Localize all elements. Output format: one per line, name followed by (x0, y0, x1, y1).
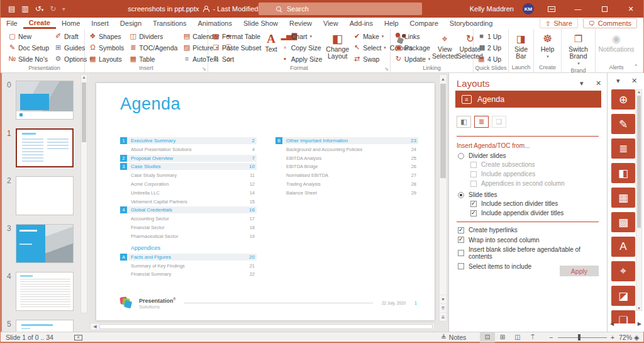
checkbox-icon[interactable] (470, 171, 477, 177)
checkbox-icon[interactable] (458, 263, 464, 269)
toc-row[interactable]: EBITDA Analysis 25 (275, 155, 418, 162)
slide-thumbnail-1-selected[interactable] (16, 128, 74, 167)
slide-thumbnail-4[interactable] (16, 272, 74, 311)
slide-sorter-view-button[interactable]: ⊞ (495, 332, 510, 342)
copy-layout-button[interactable]: ❏ (492, 116, 506, 128)
checkbox-option-checked[interactable]: Include appendix divider titles (470, 210, 564, 216)
slide-thumbnail-2[interactable] (16, 176, 74, 215)
zoom-in-button[interactable]: + (611, 334, 614, 341)
current-slide[interactable]: Agenda 1 Executive Summary 2 About Prese… (96, 83, 435, 320)
ribbon-tab[interactable]: Design (114, 18, 147, 29)
sidebar-tool-icon[interactable]: ⊕ (611, 89, 635, 110)
toc-row[interactable]: Financial Sector 18 (120, 224, 257, 231)
normal-view-button[interactable]: ⊡ (480, 332, 495, 342)
customize-qat-icon[interactable]: ▿ (62, 6, 65, 12)
sidebar-tool-icon[interactable]: ✎ (611, 114, 635, 134)
notes-toggle[interactable]: ≜Notes (441, 334, 466, 341)
checkbox-checked-icon[interactable] (470, 201, 477, 207)
thumbnail-scrollbar[interactable]: ▲ (80, 74, 87, 313)
reading-view-button[interactable]: ◫ (510, 332, 525, 342)
view-selected-button[interactable]: ⌖ View Selected (434, 31, 455, 64)
page-left-icon[interactable]: ◀ (610, 321, 614, 327)
next-slide-button[interactable]: ⇊ (440, 312, 447, 321)
ribbon-tab[interactable]: Home (56, 18, 86, 29)
shapes-button[interactable]: ❖Shapes (87, 31, 125, 42)
collapse-ribbon-icon[interactable]: ⌃ (633, 64, 638, 70)
side-bar-button[interactable]: ◨ Side Bar (511, 31, 531, 64)
apply-size-button[interactable]: ▪Apply Size (280, 53, 324, 64)
sidebar-tool-icon[interactable]: ◧ (611, 163, 635, 183)
notifications-button[interactable]: ◉ Notifications (598, 31, 635, 64)
checkbox-option[interactable]: Insert blank slide before agenda/table o… (458, 246, 602, 260)
zoom-out-button[interactable]: − (549, 334, 553, 341)
toc-row[interactable]: Vehement Capital Partners 15 (120, 198, 257, 205)
table-button[interactable]: ▦Table (128, 53, 179, 64)
one-up-button[interactable]: ■1 Up (476, 31, 502, 42)
dialog-launcher-icon[interactable]: ⇘ (384, 66, 389, 72)
share-button[interactable]: ⇧Share (540, 18, 578, 28)
toc-row[interactable]: 1 Executive Summary 2 (120, 137, 257, 144)
ribbon-tab[interactable]: Insert (86, 18, 114, 29)
toc-agenda-button[interactable]: ≣TOC/Agenda (128, 42, 179, 53)
scroll-left-icon[interactable]: ◀ (91, 324, 99, 329)
divider-layout-button[interactable]: ◧ (457, 116, 471, 128)
checkbox-option[interactable]: Create subsections (470, 161, 565, 168)
vertical-scrollbar[interactable]: ▲ ▼ ⇈ ⇊ (439, 74, 447, 322)
ribbon-tab[interactable]: Storyboarding (444, 18, 499, 29)
toc-row[interactable]: About Presentation Solutions 4 (120, 146, 257, 153)
select-button[interactable]: ↖Select▾ (352, 42, 387, 53)
slide-nos-button[interactable]: №Slide No's (7, 53, 50, 64)
scroll-down-icon[interactable]: ▼ (440, 295, 447, 303)
slideshow-view-button[interactable]: ⍑ (525, 332, 540, 342)
radio-icon[interactable] (458, 153, 464, 159)
toc-row[interactable]: Umbrella LLC 14 (120, 189, 257, 196)
make-button[interactable]: ✔Make▾ (352, 31, 387, 42)
sidebar-tool-icon[interactable]: ▦ (611, 188, 635, 208)
save-as-icon[interactable]: ▥ (21, 4, 28, 13)
panel-collapse-icon[interactable]: ▾ (616, 77, 620, 85)
two-up-button[interactable]: ▮▮2 Up (476, 42, 502, 53)
ribbon-tab[interactable]: Add-ins (344, 18, 379, 29)
sidebar-tool-icon[interactable]: ⌖ (611, 261, 635, 281)
toc-row[interactable]: Case Study Summary 11 (120, 172, 257, 179)
format-table-button[interactable]: ▦Format Table (211, 31, 262, 42)
slide-thumbnail-5[interactable] (16, 320, 74, 332)
toc-row[interactable]: Balance Sheet 29 (275, 189, 418, 196)
panel-collapse-icon[interactable]: ▾ (580, 79, 584, 87)
sidebar-scrollbar[interactable]: ▲ ▼ (636, 89, 642, 311)
ribbon-tab[interactable]: File (1, 18, 23, 29)
ribbon-tab[interactable]: Help (379, 18, 404, 29)
checkbox-option[interactable]: Wrap into second column (458, 237, 602, 244)
dialog-launcher-icon[interactable]: ⇘ (202, 66, 206, 72)
package-button[interactable]: ▣Package (393, 42, 431, 53)
toc-row[interactable]: Normalised EBITDA 27 (275, 172, 418, 179)
toc-row[interactable]: Acme Corporation 12 (120, 181, 257, 188)
maximize-button[interactable] (596, 0, 613, 18)
toc-row[interactable]: Trading Analysis 28 (275, 181, 418, 188)
ribbon-tab[interactable]: Compare (404, 18, 444, 29)
toc-row[interactable]: Financial Summary 22 (120, 271, 257, 278)
copy-size-button[interactable]: ▫Copy Size (280, 42, 324, 53)
checkbox-icon[interactable] (458, 237, 464, 243)
switch-brand-button[interactable]: ❐ Switch Brand ▾ (564, 31, 592, 67)
toc-row[interactable]: 3 Case Studies 10 (120, 163, 257, 170)
checkbox-icon[interactable] (458, 227, 464, 233)
undo-icon[interactable]: ↺▾ (35, 4, 44, 13)
checkbox-icon[interactable] (470, 162, 477, 168)
sort-button[interactable]: ⇅Sort (211, 53, 262, 64)
new-button[interactable]: ▢New (7, 31, 50, 42)
scroll-up-icon[interactable]: ▲ (440, 75, 447, 83)
layouts-button[interactable]: ▦Layouts (87, 53, 125, 64)
previous-slide-button[interactable]: ⇈ (440, 303, 447, 312)
comments-button[interactable]: 🗨Comments (583, 18, 637, 28)
panel-close-icon[interactable]: ✕ (596, 79, 601, 87)
scroll-up-icon[interactable]: ▲ (637, 90, 641, 94)
panel-close-icon[interactable]: ✕ (631, 77, 637, 85)
checkbox-icon[interactable] (458, 250, 464, 256)
toc-row[interactable]: Accounting Sector 17 (120, 215, 257, 222)
display-settings-icon[interactable]: ✕ (74, 335, 82, 340)
toc-row[interactable]: EBITDA Bridge 26 (275, 163, 418, 170)
text-button[interactable]: A Text (265, 31, 277, 64)
checkbox-option-checked[interactable]: Include section divider titles (470, 200, 564, 207)
scroll-down-icon[interactable]: ▼ (636, 306, 641, 310)
